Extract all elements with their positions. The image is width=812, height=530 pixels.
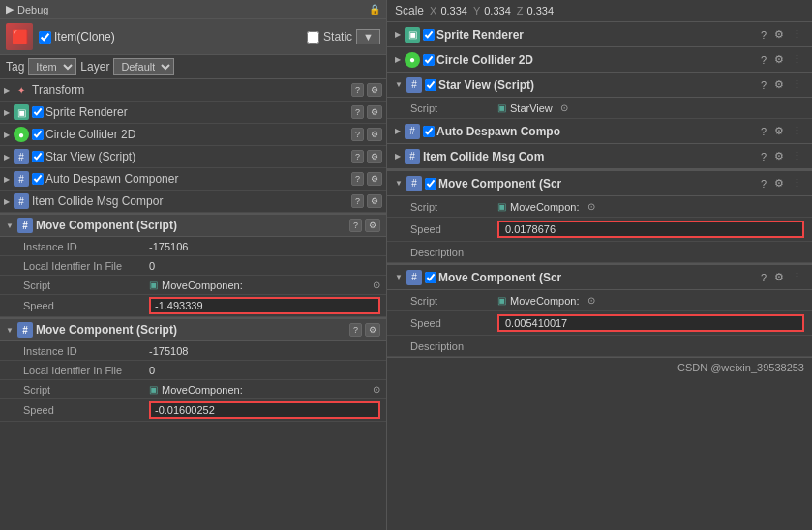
rc-move2-settings[interactable]: ⚙ [772,270,786,284]
move-component-1-header[interactable]: ▼ # Move Component (Script) ? ⚙ [0,215,386,237]
rc-move1-menu[interactable]: ⋮ [790,176,804,191]
rc-move-comp-1-header[interactable]: ▼ # Move Component (Scr ? ⚙ ⋮ [387,171,812,196]
rc-star-icon: # [406,77,422,93]
rc-move1-speed-value[interactable]: 0.0178676 [497,221,804,238]
component-row-star-view[interactable]: ▶ # Star View (Script) ? ⚙ [0,146,386,168]
circle-collider-checkbox[interactable] [32,129,44,140]
transform-settings-btn[interactable]: ⚙ [367,83,382,97]
rc-move2-speed-value[interactable]: 0.005410017 [497,314,804,332]
move2-settings-btn[interactable]: ⚙ [365,323,380,337]
rc-item-collide[interactable]: ▶ # Item Collide Msg Com ? ⚙ ⋮ [387,144,812,169]
component-row-circle-collider[interactable]: ▶ ● Circle Collider 2D ? ⚙ [0,124,386,146]
rc-move1-help[interactable]: ? [759,177,768,191]
move1-help-btn[interactable]: ? [349,219,362,232]
rc-star-view-section: ▼ # Star View (Script) ? ⚙ ⋮ Script ▣ St… [387,73,812,119]
component-row-item-collide[interactable]: ▶ # Item Collide Msg Compor ? ⚙ [0,191,386,213]
star-view-checkbox[interactable] [32,151,44,162]
sprite-renderer-checkbox[interactable] [32,106,44,118]
collide-help-btn[interactable]: ? [351,194,364,208]
item-checkbox[interactable] [39,31,51,44]
static-area: Static ▼ [307,29,380,44]
circle-help-btn[interactable]: ? [351,128,364,141]
rc-move2-checkbox[interactable] [425,272,436,283]
rc-script-icon-m1: ▣ [497,201,506,212]
move2-speed-value[interactable]: -0.01600252 [149,401,380,419]
star-settings-btn[interactable]: ⚙ [367,150,382,163]
item-collide-icon: # [14,193,29,209]
rc-circle-settings[interactable]: ⚙ [772,52,786,67]
transform-help-btn[interactable]: ? [351,83,364,97]
rc-item-help[interactable]: ? [759,150,768,163]
star-help-btn[interactable]: ? [351,150,364,163]
rc-despawn-name: Auto Despawn Compo [436,125,759,138]
move1-speed-value[interactable]: -1.493339 [149,297,380,314]
rc-circle-menu[interactable]: ⋮ [790,52,804,67]
rc-circle-collider[interactable]: ▶ ● Circle Collider 2D ? ⚙ ⋮ [387,47,812,73]
despawn-settings-btn[interactable]: ⚙ [367,172,382,186]
move-component-2-header[interactable]: ▼ # Move Component (Script) ? ⚙ [0,319,386,341]
move-component-1-section: ▼ # Move Component (Script) ? ⚙ Instance… [0,213,386,317]
rc-star-settings[interactable]: ⚙ [772,77,786,92]
rc-move2-desc-row: Description [387,336,812,357]
move1-script-label: Script [23,280,149,291]
rc-despawn-checkbox[interactable] [423,126,435,137]
rc-move2-help[interactable]: ? [759,271,768,284]
sprite-help-btn[interactable]: ? [351,105,364,119]
rc-move1-script-value: ▣ MoveCompon: ⊙ [497,201,804,213]
rc-star-script-row: Script ▣ StarView ⊙ [387,98,812,119]
watermark: CSDN @weixin_39538253 [387,357,812,377]
rc-move1-checkbox[interactable] [425,178,436,190]
rc-move1-icon: # [406,176,422,191]
item-checkbox-label[interactable]: Item(Clone) [39,30,115,44]
tag-label: Tag [6,60,24,74]
rc-despawn-menu[interactable]: ⋮ [790,124,804,138]
layer-select[interactable]: Default [113,58,174,75]
rc-move1-desc-label: Description [410,247,497,258]
rc-despawn-settings[interactable]: ⚙ [772,124,786,138]
static-dropdown-btn[interactable]: ▼ [356,29,380,44]
rc-move1-settings[interactable]: ⚙ [772,176,786,191]
tag-select[interactable]: Item [28,58,76,75]
circle-settings-btn[interactable]: ⚙ [367,128,382,141]
auto-despawn-checkbox[interactable] [32,173,44,185]
rc-circle-help[interactable]: ? [759,53,768,67]
move2-help-btn[interactable]: ? [349,323,362,337]
move2-local-id-label: Local Identfier In File [23,365,149,376]
rc-star-checkbox[interactable] [425,79,436,91]
rc-auto-despawn[interactable]: ▶ # Auto Despawn Compo ? ⚙ ⋮ [387,119,812,144]
rc-despawn-help[interactable]: ? [759,125,768,138]
rc-move2-title: Move Component (Scr [438,271,759,284]
component-row-transform[interactable]: ▶ ✦ Transform ? ⚙ [0,79,386,102]
component-row-sprite-renderer[interactable]: ▶ ▣ Sprite Renderer ? ⚙ [0,102,386,124]
left-panel: ▶ Debug 🔒 🟥 Item(Clone) Static ▼ Tag Ite… [0,0,387,530]
scale-x-group: X 0.334 [430,5,467,16]
circle-collider-icon: ● [14,127,29,142]
rc-sprite-renderer[interactable]: ▶ ▣ Sprite Renderer ? ⚙ ⋮ [387,22,812,47]
sprite-settings-btn[interactable]: ⚙ [367,105,382,119]
despawn-help-btn[interactable]: ? [351,172,364,186]
rc-move-comp-2-header[interactable]: ▼ # Move Component (Scr ? ⚙ ⋮ [387,265,812,290]
rc-sprite-settings[interactable]: ⚙ [772,27,786,42]
rc-item-menu[interactable]: ⋮ [790,149,804,163]
star-view-icon: # [14,149,29,164]
rc-star-menu[interactable]: ⋮ [790,77,804,92]
component-row-auto-despawn[interactable]: ▶ # Auto Despawn Componer ? ⚙ [0,168,386,191]
rc-star-view-header[interactable]: ▼ # Star View (Script) ? ⚙ ⋮ [387,73,812,98]
triangle-icon: ▶ [4,175,10,184]
transform-icon: ✦ [14,82,29,98]
static-checkbox[interactable] [307,31,319,44]
rc-star-help[interactable]: ? [759,78,768,92]
rc-circle-checkbox[interactable] [423,54,435,66]
eye-icon: ⊙ [373,280,380,290]
rc-sprite-help[interactable]: ? [759,28,768,42]
move2-script-value: ▣ MoveComponen: ⊙ [149,384,380,396]
rc-sprite-menu[interactable]: ⋮ [790,27,804,42]
triangle-expanded-2: ▼ [6,326,14,335]
rc-script-icon-m2: ▣ [497,295,506,306]
collide-settings-btn[interactable]: ⚙ [367,194,382,208]
move1-settings-btn[interactable]: ⚙ [365,219,380,232]
rc-item-settings[interactable]: ⚙ [772,149,786,163]
rc-move2-menu[interactable]: ⋮ [790,270,804,284]
comp-name-circle-collider: Circle Collider 2D [45,128,351,141]
rc-sprite-checkbox[interactable] [423,29,435,41]
